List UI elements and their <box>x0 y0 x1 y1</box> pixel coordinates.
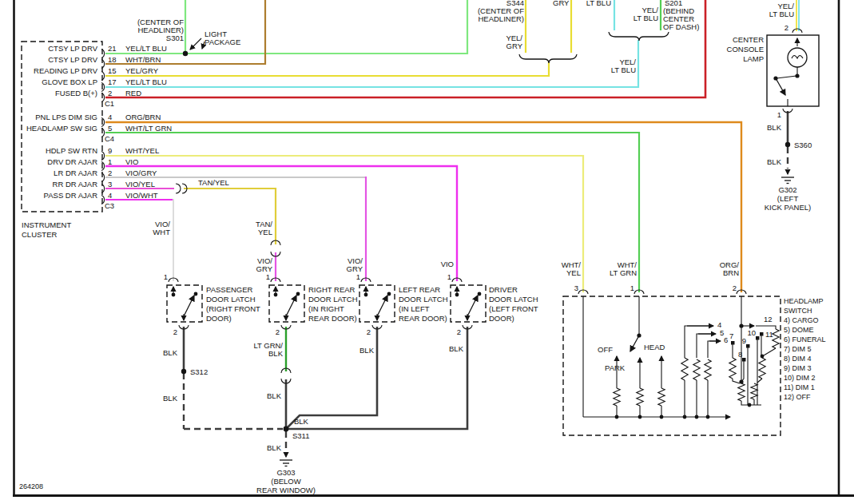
latch-name: REAR DOOR) <box>308 314 357 323</box>
wire-name: YEL/LT BLU <box>125 44 167 53</box>
wire-blk-latch3 <box>287 327 377 428</box>
switch-pin3: 3 <box>574 284 578 292</box>
ground-g302-label: KICK PANEL) <box>765 203 811 212</box>
passenger-door-latch: 1 PASSENGER DOOR LATCH (RIGHT FRONT DOOR… <box>163 272 260 357</box>
latch-pin1: 1 <box>266 272 270 281</box>
pin-number: 4 <box>108 191 112 200</box>
s201-brace <box>609 32 669 41</box>
right-rear-door-latch: 1 RIGHT REAR DOOR LATCH (IN RIGHT REAR D… <box>253 272 357 400</box>
latch-name: REAR DOOR) <box>399 314 447 323</box>
pin-label: GLOVE BOX LP <box>42 77 97 86</box>
blk-label: BLK <box>163 394 178 403</box>
splice-s360-dot <box>785 142 790 147</box>
latch-name: (RIGHT FRONT <box>206 304 260 313</box>
instrument-cluster: CTSY LP DRV CTSY LP DRV READING LP DRV G… <box>22 42 172 239</box>
pin-number: 1 <box>108 157 112 166</box>
pin-label: RR DR AJAR <box>53 180 98 189</box>
lamp-icon <box>788 38 807 78</box>
switch-wire2-label: BRN <box>723 268 739 277</box>
blk-label: BLK <box>767 157 782 166</box>
latch-box <box>451 285 486 322</box>
feed-wire-label: GRY <box>347 264 363 273</box>
ground-g302-label: (LEFT <box>777 194 799 203</box>
lt-grn-blk-label: BLK <box>268 349 284 358</box>
latch-name: DOOR LATCH <box>399 295 448 304</box>
pin-label: HDLP SW RTN <box>46 146 97 155</box>
pin-number: 15 <box>108 66 117 75</box>
pin-number: 2 <box>108 169 112 177</box>
connector-arc <box>792 29 802 33</box>
pin-label: READING LP DRV <box>34 66 98 75</box>
console-lamp-box <box>767 35 819 106</box>
latch-name: (IN LEFT <box>399 304 430 313</box>
s344-wire-label: GRY <box>506 42 523 50</box>
splice-s312-label: S312 <box>190 367 208 376</box>
switch-legend: 5) DOME <box>784 326 814 334</box>
switch-legend: 8) DIM 4 <box>784 355 812 363</box>
contact-10: 10 <box>747 328 756 337</box>
feed-wire-label: WHT <box>153 228 170 236</box>
latch-name: RIGHT REAR <box>308 285 356 294</box>
latch-pin2: 2 <box>276 327 280 336</box>
switch-legend: 9) DIM 3 <box>784 364 812 372</box>
lamp-switch-icon <box>773 76 796 106</box>
switch-position-off: OFF <box>598 345 613 354</box>
switch-legend: 4) CARGO <box>784 316 819 324</box>
driver-door-latch: 1 DRIVER DOOR LATCH (LEFT FRONT DOOR) 2 … <box>447 272 538 353</box>
pin-number: 18 <box>108 55 117 64</box>
door-latches: VIO/ WHT TAN/ YEL VIO/ GRY VIO/ GRY VIO … <box>153 220 538 400</box>
pin-label: HEADLAMP SW SIG <box>26 124 97 133</box>
wire-name: RED <box>125 89 141 97</box>
wire-name: VIO/YEL <box>125 180 155 189</box>
blk-label: BLK <box>163 348 178 357</box>
feed-wire-label: YEL <box>258 228 272 236</box>
ground-g303-label: REAR WINDOW) <box>256 486 316 494</box>
ground-icon-g303 <box>280 452 292 466</box>
switch-wire3-label: YEL <box>566 268 581 277</box>
ground-g302-label: G302 <box>778 185 796 194</box>
contact-9: 9 <box>742 336 746 345</box>
console-wire-label: LT BLU <box>769 10 794 18</box>
console-pin-top: 2 <box>784 23 788 32</box>
merged-wire-label: LT BLU <box>611 65 636 74</box>
wire-name: VIO <box>125 157 138 166</box>
console-pin-bottom: 1 <box>777 110 781 119</box>
connector-id-c1: C1 <box>105 99 114 108</box>
pin-label: CTSY LP DRV <box>48 44 97 53</box>
latch-pin1: 1 <box>447 272 451 281</box>
diagram-id: 264208 <box>19 482 43 490</box>
light-package-label: PACKAGE <box>205 38 240 46</box>
wire-name: YEL/LT BLU <box>125 77 167 86</box>
latch-pin2: 2 <box>173 327 177 336</box>
blk-label: BLK <box>767 123 782 132</box>
latch-switch-icon <box>274 287 300 320</box>
latch-name: DOOR LATCH <box>206 295 256 304</box>
wire-red <box>105 0 705 97</box>
latch-name: DOOR LATCH <box>308 295 358 304</box>
blk-label: BLK <box>294 417 309 426</box>
console-lamp-title: CENTER <box>733 35 764 44</box>
wire-name: WHT/LT GRN <box>125 124 172 133</box>
switch-pin1: 1 <box>630 284 634 292</box>
splice-s312-dot <box>181 369 186 374</box>
contact-11: 11 <box>765 330 773 339</box>
pin-label: DRV DR AJAR <box>47 157 97 166</box>
s201-label: OF DASH) <box>663 22 699 31</box>
instrument-cluster-title: INSTRUMENT <box>22 220 71 229</box>
splice-s360-label: S360 <box>794 141 812 149</box>
switch-internals: OFF PARK HEAD 4 5 6 7 <box>583 296 779 419</box>
switch-legend: 10) DIM 2 <box>784 374 816 382</box>
pin-number: 4 <box>108 113 112 121</box>
contact-7: 7 <box>729 331 733 340</box>
latch-switch-icon <box>172 287 198 320</box>
ground-g303-label: G303 <box>276 468 295 477</box>
blk-label: BLK <box>267 391 282 400</box>
blk-label: BLK <box>267 443 282 452</box>
left-rear-door-latch: 1 LEFT REAR DOOR LATCH (IN LEFT REAR DOO… <box>356 272 448 355</box>
gry-label: GRY <box>553 0 570 7</box>
latch-name: DOOR) <box>489 314 514 323</box>
latch-name: (IN RIGHT <box>308 304 344 313</box>
contact-6: 6 <box>724 335 728 344</box>
latch-name: DOOR LATCH <box>489 295 538 304</box>
latch-pin2: 2 <box>367 327 371 336</box>
